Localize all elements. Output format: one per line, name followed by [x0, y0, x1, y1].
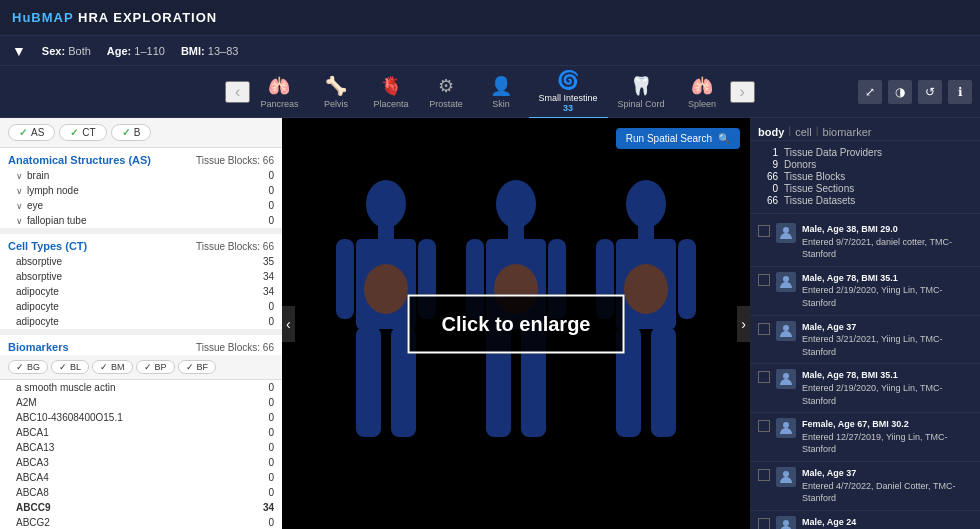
- viewer-left-arrow[interactable]: ‹: [282, 306, 295, 342]
- svg-rect-3: [336, 239, 354, 319]
- right-sidebar: body | cell | biomarker 1Tissue Data Pro…: [750, 118, 980, 529]
- donor-info: Male, Age 37 Entered 4/7/2022, Daniel Co…: [802, 467, 972, 505]
- donor-list-item[interactable]: Male, Age 78, BMI 35.1 Entered 2/19/2020…: [750, 364, 980, 413]
- svg-rect-20: [678, 239, 696, 319]
- ct-section-header: Cell Types (CT) Tissue Blocks: 66: [0, 234, 282, 254]
- list-item: ∨lymph node 0: [0, 183, 282, 198]
- chip-bg[interactable]: ✓ BG: [8, 360, 48, 374]
- donor-list: Male, Age 38, BMI 29.0 Entered 9/7/2021,…: [750, 214, 980, 529]
- donor-list-item[interactable]: Male, Age 37 Entered 4/7/2022, Daniel Co…: [750, 462, 980, 511]
- donor-list-item[interactable]: Female, Age 67, BMI 30.2 Entered 12/27/2…: [750, 413, 980, 462]
- svg-point-0: [366, 180, 406, 228]
- filter-bar: ▼ Sex: Both Age: 1–110 BMI: 13–83: [0, 36, 980, 66]
- organ-prostate[interactable]: ⚙ Prostate: [419, 71, 474, 113]
- as-list: ∨brain 0 ∨lymph node 0 ∨eye 0 ∨fallopian…: [0, 168, 282, 228]
- skin-icon: 👤: [490, 75, 512, 97]
- donor-info: Male, Age 37 Entered 3/21/2021, Yiing Li…: [802, 321, 972, 359]
- list-item: absorptive 34: [0, 269, 282, 284]
- svg-point-16: [626, 180, 666, 228]
- svg-point-30: [783, 520, 789, 526]
- organ-next-arrow[interactable]: ›: [730, 81, 755, 103]
- click-to-enlarge[interactable]: Click to enlarge: [408, 294, 625, 353]
- tab-body[interactable]: body: [758, 124, 784, 140]
- center-viewer: Run Spatial Search 🔍: [282, 118, 750, 529]
- donor-checkbox[interactable]: [758, 225, 770, 237]
- dark-mode-button[interactable]: ◑: [888, 80, 912, 104]
- donor-name: Male, Age 78, BMI 35.1: [802, 272, 972, 285]
- svg-point-28: [783, 422, 789, 428]
- chip-bf[interactable]: ✓ BF: [178, 360, 217, 374]
- chip-bl[interactable]: ✓ BL: [51, 360, 89, 374]
- list-item: a smooth muscle actin 0: [0, 380, 282, 395]
- list-item: ABCA1 0: [0, 425, 282, 440]
- organ-small-intestine-count: 33: [563, 103, 573, 113]
- donor-checkbox[interactable]: [758, 420, 770, 432]
- donor-checkbox[interactable]: [758, 323, 770, 335]
- small-intestine-icon: 🌀: [557, 69, 579, 91]
- filter-icon[interactable]: ▼: [12, 43, 26, 59]
- donor-info: Male, Age 24 Entered 4/7/2022, Daniel Co…: [802, 516, 972, 529]
- left-sidebar: ✓ AS ✓ CT ✓ B Anatomical Structures (AS)…: [0, 118, 282, 529]
- donor-checkbox[interactable]: [758, 371, 770, 383]
- svg-point-25: [783, 276, 789, 282]
- app-logo: HuBMAP HRA EXPLORATION: [12, 10, 217, 25]
- organ-spleen[interactable]: 🫁 Spleen: [675, 71, 730, 113]
- viewer-right-arrow[interactable]: ›: [737, 306, 750, 342]
- donor-list-item[interactable]: Male, Age 37 Entered 3/21/2021, Yiing Li…: [750, 316, 980, 365]
- info-button[interactable]: ℹ: [948, 80, 972, 104]
- donor-name: Male, Age 38, BMI 29.0: [802, 223, 972, 236]
- bm-section-header: Biomarkers Tissue Blocks: 66: [0, 335, 282, 355]
- donor-list-item[interactable]: Male, Age 78, BMI 35.1 Entered 2/19/2020…: [750, 267, 980, 316]
- chip-as[interactable]: ✓ AS: [8, 124, 55, 141]
- list-item: adipocyte 0: [0, 299, 282, 314]
- organ-spinal-cord[interactable]: 🦷 Spinal Cord: [608, 71, 675, 113]
- chip-b[interactable]: ✓ B: [111, 124, 152, 141]
- donor-avatar: [776, 418, 796, 438]
- donor-checkbox[interactable]: [758, 469, 770, 481]
- refresh-button[interactable]: ↺: [918, 80, 942, 104]
- as-section-header: Anatomical Structures (AS) Tissue Blocks…: [0, 148, 282, 168]
- viewer-controls: ⤢ ◑ ↺ ℹ: [858, 80, 972, 104]
- organ-prostate-label: Prostate: [429, 99, 463, 109]
- organ-spinal-cord-label: Spinal Cord: [618, 99, 665, 109]
- organ-pancreas[interactable]: 🫁 Pancreas: [250, 71, 308, 113]
- rs-stats: 1Tissue Data Providers 9Donors 66Tissue …: [750, 141, 980, 214]
- bm-section-title: Biomarkers: [8, 341, 69, 353]
- svg-point-26: [783, 325, 789, 331]
- organ-prev-arrow[interactable]: ‹: [225, 81, 250, 103]
- prostate-icon: ⚙: [438, 75, 454, 97]
- donor-list-item[interactable]: Male, Age 24 Entered 4/7/2022, Daniel Co…: [750, 511, 980, 529]
- list-item: ABC10-43608400O15.1 0: [0, 410, 282, 425]
- chip-bm[interactable]: ✓ BM: [92, 360, 133, 374]
- organ-skin-label: Skin: [492, 99, 510, 109]
- age-filter: Age: 1–110: [107, 45, 165, 57]
- donor-checkbox[interactable]: [758, 518, 770, 529]
- donor-list-item[interactable]: Male, Age 38, BMI 29.0 Entered 9/7/2021,…: [750, 218, 980, 267]
- bm-tissue-blocks: Tissue Blocks: 66: [196, 342, 274, 353]
- donor-avatar: [776, 369, 796, 389]
- spleen-icon: 🫁: [691, 75, 713, 97]
- tab-cell[interactable]: cell: [795, 124, 812, 140]
- donor-checkbox[interactable]: [758, 274, 770, 286]
- organ-placenta[interactable]: 🫀 Placenta: [363, 71, 418, 113]
- as-section-title: Anatomical Structures (AS): [8, 154, 151, 166]
- list-item: A2M 0: [0, 395, 282, 410]
- list-item: adipocyte 0: [0, 314, 282, 329]
- bm-list: a smooth muscle actin 0 A2M 0 ABC10-4360…: [0, 380, 282, 529]
- category-chips: ✓ AS ✓ CT ✓ B: [0, 118, 282, 148]
- donor-name: Male, Age 78, BMI 35.1: [802, 369, 972, 382]
- organ-pelvis[interactable]: 🦴 Pelvis: [308, 71, 363, 113]
- chip-bp[interactable]: ✓ BP: [136, 360, 175, 374]
- app-header: HuBMAP HRA EXPLORATION: [0, 0, 980, 36]
- donor-name: Male, Age 37: [802, 321, 972, 334]
- list-item: ABCA4 0: [0, 470, 282, 485]
- organ-skin[interactable]: 👤 Skin: [474, 71, 529, 113]
- donor-name: Male, Age 24: [802, 516, 972, 529]
- expand-button[interactable]: ⤢: [858, 80, 882, 104]
- organ-items: 🫁 Pancreas 🦴 Pelvis 🫀 Placenta ⚙ Prostat…: [250, 65, 729, 119]
- tab-biomarker[interactable]: biomarker: [823, 124, 872, 140]
- chip-ct[interactable]: ✓ CT: [59, 124, 106, 141]
- donor-name: Male, Age 37: [802, 467, 972, 480]
- organ-pelvis-label: Pelvis: [324, 99, 348, 109]
- organ-small-intestine[interactable]: 🌀 Small Intestine 33: [529, 65, 608, 119]
